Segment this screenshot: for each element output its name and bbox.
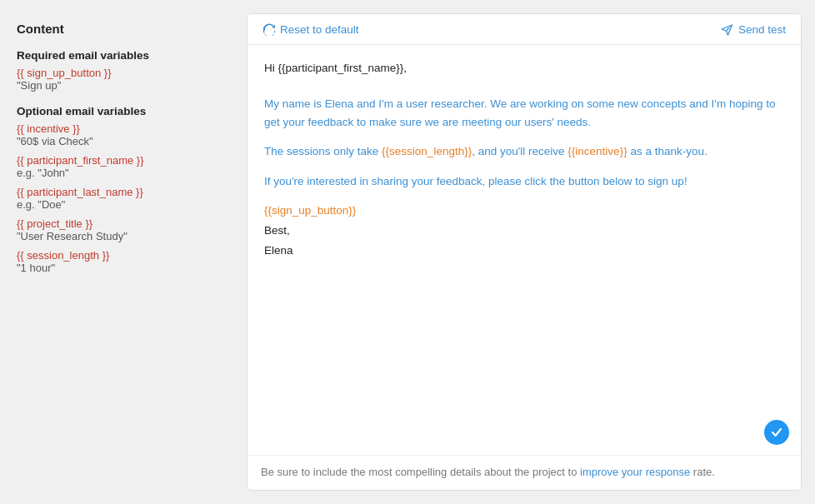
optional-var-5: {{ session_length }} "1 hour" (17, 249, 230, 274)
email-content-area[interactable]: Hi {{participant_first_name}}, My name i… (248, 45, 801, 455)
email-signup-var: {{sign_up_button}} (264, 202, 784, 219)
footer-prefix: Be sure to include the most compelling d… (261, 466, 580, 478)
reset-label: Reset to default (280, 23, 359, 36)
reset-to-default-button[interactable]: Reset to default (259, 21, 362, 37)
optional-var-1-example: "60$ via Check" (17, 135, 230, 147)
footer-highlight: improve your response (580, 466, 690, 478)
footer-note: Be sure to include the most compelling d… (248, 455, 801, 491)
main-title: Content (17, 22, 230, 36)
optional-var-3-name: {{ participant_last_name }} (17, 186, 230, 198)
optional-var-4-example: "User Research Study" (17, 230, 230, 242)
email-closing: Best, (264, 222, 784, 239)
optional-var-3: {{ participant_last_name }} e.g. "Doe" (17, 186, 230, 211)
signup-variable: {{sign_up_button}} (264, 204, 356, 217)
svg-line-0 (727, 27, 730, 31)
email-paragraph2: The sessions only take {{session_length}… (264, 142, 784, 161)
required-vars-title: Required email variables (17, 49, 230, 62)
required-var-1: {{ sign_up_button }} "Sign up" (17, 67, 230, 92)
toolbar: Reset to default Send test (248, 14, 801, 45)
optional-var-4: {{ project_title }} "User Research Study… (17, 217, 230, 242)
optional-var-1: {{ incentive }} "60$ via Check" (17, 122, 230, 147)
send-icon (721, 22, 734, 36)
send-label: Send test (738, 23, 786, 36)
right-panel: Reset to default Send test Hi {{particip… (247, 13, 802, 491)
left-panel: Content Required email variables {{ sign… (13, 13, 247, 491)
required-var-1-example: "Sign up" (17, 79, 230, 92)
optional-var-4-name: {{ project_title }} (17, 217, 230, 230)
reset-icon (262, 22, 276, 36)
optional-vars-title: Optional email variables (17, 105, 230, 117)
email-paragraph3: If you're interested in sharing your fee… (264, 172, 784, 191)
paragraph2-suffix: as a thank-you. (628, 145, 708, 157)
optional-var-1-name: {{ incentive }} (17, 122, 230, 135)
optional-var-5-example: "1 hour" (17, 262, 230, 274)
required-var-1-name: {{ sign_up_button }} (17, 67, 230, 79)
check-badge (764, 420, 789, 445)
paragraph2-mid: , and you'll receive (472, 145, 568, 157)
optional-var-2-example: e.g. "John" (17, 167, 230, 179)
paragraph2-var1: {{session_length}} (382, 145, 472, 157)
footer-suffix: rate. (690, 466, 715, 478)
email-paragraph1: My name is Elena and I'm a user research… (264, 95, 784, 131)
optional-var-2-name: {{ participant_first_name }} (17, 154, 230, 167)
email-greeting: Hi {{participant_first_name}}, (264, 60, 784, 77)
send-test-button[interactable]: Send test (718, 21, 789, 37)
paragraph2-var2: {{incentive}} (568, 145, 627, 157)
optional-var-2: {{ participant_first_name }} e.g. "John" (17, 154, 230, 179)
optional-var-3-example: e.g. "Doe" (17, 198, 230, 211)
paragraph2-prefix: The sessions only take (264, 145, 382, 157)
optional-var-5-name: {{ session_length }} (17, 249, 230, 262)
email-name: Elena (264, 242, 784, 259)
